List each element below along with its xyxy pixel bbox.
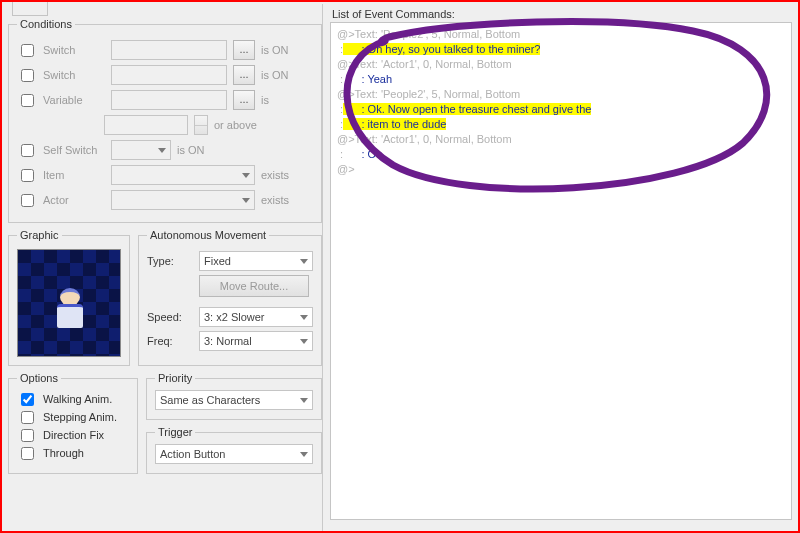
line-command: Text: 'People2', 5, Normal, Bottom	[355, 88, 521, 100]
switch1-field[interactable]	[111, 40, 227, 60]
direction-fix-checkbox[interactable]	[21, 429, 34, 442]
trigger-group: Trigger Action Button	[146, 426, 322, 474]
event-list-label: List of Event Commands:	[332, 8, 794, 20]
selfswitch-combo[interactable]	[111, 140, 171, 160]
stepping-anim-label: Stepping Anim.	[43, 411, 117, 423]
actor-combo[interactable]	[111, 190, 255, 210]
event-command-line[interactable]: : : Ok. Now open the treasure chest and …	[337, 102, 785, 117]
event-command-list[interactable]: @>Text: 'People2', 5, Normal, Bottom : :…	[330, 22, 792, 520]
event-command-line[interactable]: @>	[337, 162, 785, 177]
walking-anim-label: Walking Anim.	[43, 393, 112, 405]
line-dialogue: : item to the dude	[343, 118, 446, 130]
trigger-legend: Trigger	[155, 426, 195, 438]
stepping-anim-checkbox[interactable]	[21, 411, 34, 424]
switch2-tail: is ON	[261, 69, 313, 81]
variable-amount-spin-up[interactable]	[195, 116, 207, 126]
event-command-line[interactable]: @>Text: 'Actor1', 0, Normal, Bottom	[337, 132, 785, 147]
variable-tail: is	[261, 94, 313, 106]
switch2-field[interactable]	[111, 65, 227, 85]
actor-label: Actor	[43, 194, 105, 206]
selfswitch-tail: is ON	[177, 144, 229, 156]
options-group: Options Walking Anim. Stepping Anim. Dir…	[8, 372, 138, 474]
freq-label: Freq:	[147, 335, 191, 347]
speed-combo[interactable]: 3: x2 Slower	[199, 307, 313, 327]
item-combo[interactable]	[111, 165, 255, 185]
variable-checkbox[interactable]	[21, 94, 34, 107]
item-checkbox[interactable]	[21, 169, 34, 182]
variable-amount-tail: or above	[214, 119, 274, 131]
direction-fix-label: Direction Fix	[43, 429, 104, 441]
variable-amount-spin-down[interactable]	[195, 126, 207, 135]
walking-anim-checkbox[interactable]	[21, 393, 34, 406]
switch1-browse-button[interactable]: ...	[233, 40, 255, 60]
move-route-button[interactable]: Move Route...	[199, 275, 309, 297]
line-command: Text: 'Actor1', 0, Normal, Bottom	[355, 58, 512, 70]
switch1-checkbox[interactable]	[21, 44, 34, 57]
switch2-label: Switch	[43, 69, 105, 81]
event-command-line[interactable]: : : Oh hey, so you talked to the miner?	[337, 42, 785, 57]
right-column: List of Event Commands: @>Text: 'People2…	[328, 4, 796, 531]
variable-browse-button[interactable]: ...	[233, 90, 255, 110]
line-prefix: @>	[337, 133, 355, 145]
line-command: Text: 'Actor1', 0, Normal, Bottom	[355, 133, 512, 145]
trigger-combo[interactable]: Action Button	[155, 444, 313, 464]
actor-checkbox[interactable]	[21, 194, 34, 207]
event-command-line[interactable]: @>Text: 'Actor1', 0, Normal, Bottom	[337, 57, 785, 72]
line-command: Text: 'People2', 5, Normal, Bottom	[355, 28, 521, 40]
variable-amount-field[interactable]	[104, 115, 188, 135]
graphic-preview[interactable]	[17, 249, 121, 357]
conditions-legend: Conditions	[17, 18, 75, 30]
selfswitch-label: Self Switch	[43, 144, 105, 156]
freq-combo[interactable]: 3: Normal	[199, 331, 313, 351]
event-command-line[interactable]: : : item to the dude	[337, 117, 785, 132]
through-checkbox[interactable]	[21, 447, 34, 460]
event-command-line[interactable]: : : Yeah	[337, 72, 785, 87]
left-column: Conditions Switch ... is ON Switch ... i…	[6, 4, 324, 531]
item-label: Item	[43, 169, 105, 181]
priority-group: Priority Same as Characters	[146, 372, 322, 420]
editor-window: Conditions Switch ... is ON Switch ... i…	[0, 0, 800, 533]
event-command-line[interactable]: @>Text: 'People2', 5, Normal, Bottom	[337, 87, 785, 102]
options-legend: Options	[17, 372, 61, 384]
line-prefix: @>	[337, 58, 355, 70]
switch2-browse-button[interactable]: ...	[233, 65, 255, 85]
event-command-line[interactable]: : : Ok	[337, 147, 785, 162]
speed-label: Speed:	[147, 311, 191, 323]
through-label: Through	[43, 447, 84, 459]
line-dialogue: : Ok. Now open the treasure chest and gi…	[343, 103, 591, 115]
line-prefix: @>	[337, 28, 355, 40]
variable-label: Variable	[43, 94, 105, 106]
event-command-line[interactable]: @>Text: 'People2', 5, Normal, Bottom	[337, 27, 785, 42]
priority-combo[interactable]: Same as Characters	[155, 390, 313, 410]
type-label: Type:	[147, 255, 191, 267]
graphic-legend: Graphic	[17, 229, 62, 241]
selfswitch-checkbox[interactable]	[21, 144, 34, 157]
priority-legend: Priority	[155, 372, 195, 384]
line-prefix: @>	[337, 163, 355, 175]
character-sprite	[52, 288, 88, 338]
autonomous-legend: Autonomous Movement	[147, 229, 269, 241]
variable-field[interactable]	[111, 90, 227, 110]
switch2-checkbox[interactable]	[21, 69, 34, 82]
item-tail: exists	[261, 169, 313, 181]
switch1-tail: is ON	[261, 44, 313, 56]
switch1-label: Switch	[43, 44, 105, 56]
type-combo[interactable]: Fixed	[199, 251, 313, 271]
line-dialogue: : Yeah	[343, 73, 392, 85]
autonomous-movement-group: Autonomous Movement Type: Fixed Move Rou…	[138, 229, 322, 366]
actor-tail: exists	[261, 194, 313, 206]
line-dialogue: : Ok	[343, 148, 382, 160]
line-prefix: @>	[337, 88, 355, 100]
conditions-group: Conditions Switch ... is ON Switch ... i…	[8, 18, 322, 223]
graphic-group: Graphic	[8, 229, 130, 366]
line-dialogue: : Oh hey, so you talked to the miner?	[343, 43, 540, 55]
